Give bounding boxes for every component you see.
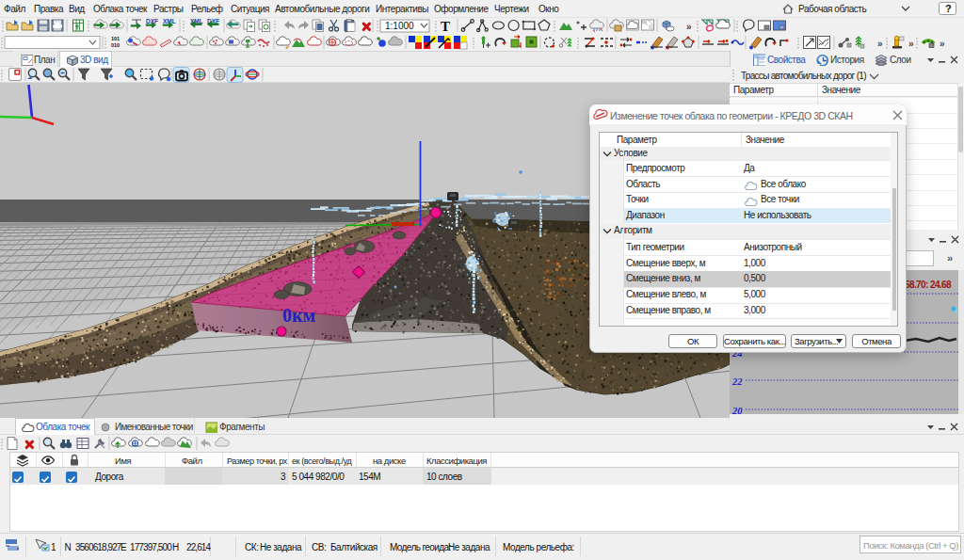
svg-text:»: »	[908, 39, 914, 49]
svg-text:»: »	[940, 39, 945, 49]
svg-text:?: ?	[945, 3, 952, 14]
svg-text:0км: 0км	[282, 305, 315, 326]
svg-text:58.70: 24.68: 58.70: 24.68	[905, 280, 952, 290]
svg-text:20: 20	[731, 406, 743, 414]
svg-text:101: 101	[111, 36, 120, 41]
svg-text:»: »	[877, 39, 883, 49]
svg-text:T: T	[441, 19, 450, 34]
svg-text:1:1000: 1:1000	[385, 21, 414, 31]
svg-text:22: 22	[731, 376, 743, 387]
svg-text:»: »	[686, 22, 692, 32]
svg-text:010: 010	[111, 42, 120, 48]
